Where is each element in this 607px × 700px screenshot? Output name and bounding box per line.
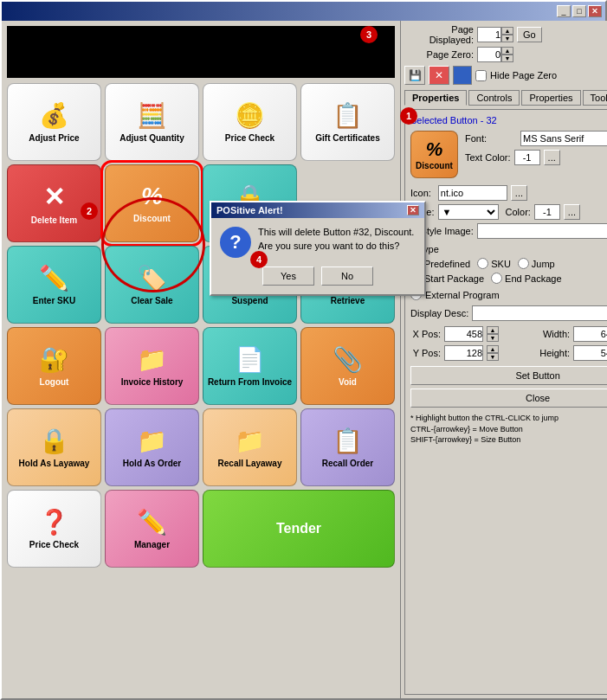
enter-sku-icon: ✏️ xyxy=(39,264,69,292)
clear-sale-button[interactable]: 🏷️ Clear Sale xyxy=(105,246,199,324)
tab-properties2[interactable]: Properties xyxy=(521,90,580,106)
x-pos-row: X Pos: ▲ ▼ xyxy=(410,326,536,342)
adjust-quantity-button[interactable]: 🧮 Adjust Quantity xyxy=(105,83,199,161)
titlebar: _ □ ✕ xyxy=(2,2,605,21)
radio-jump-input[interactable] xyxy=(518,258,529,269)
recall-order-icon: 📋 xyxy=(333,427,363,455)
alert-dialog: POSitive Alert! ✕ ? This will delete But… xyxy=(210,201,426,296)
y-pos-down[interactable]: ▼ xyxy=(487,353,499,361)
style-color-input[interactable] xyxy=(534,204,560,220)
hold-order-label: Hold As Order xyxy=(123,459,181,469)
n-type-radio-row-2: Start Package End Package xyxy=(410,273,607,284)
maximize-button[interactable]: □ xyxy=(572,5,586,17)
void-button[interactable]: 📎 Void xyxy=(300,327,395,405)
annotation-4: 4 xyxy=(250,251,268,268)
dialog-message: This will delete Button #32, Discount. A… xyxy=(258,227,416,251)
width-input[interactable] xyxy=(573,326,607,342)
display-desc-input[interactable] xyxy=(472,305,607,321)
radio-sku-input[interactable] xyxy=(477,258,488,269)
save-icon-button[interactable]: 💾 xyxy=(404,66,425,85)
page-up-button[interactable]: ▲ xyxy=(501,27,513,35)
hide-page-zero-checkbox[interactable] xyxy=(475,70,487,81)
y-pos-up[interactable]: ▲ xyxy=(487,345,499,353)
hold-layaway-button[interactable]: 🔒 Hold As Layaway xyxy=(7,408,101,486)
hold-layaway-label: Hold As Layaway xyxy=(19,459,90,469)
height-row: Height: ▲ ▼ xyxy=(539,345,607,361)
void-label: Void xyxy=(339,377,357,388)
minimize-button[interactable]: _ xyxy=(557,5,571,17)
return-invoice-label: Return From Invoice xyxy=(208,377,292,388)
style-row: Style: ▼ Color: ... xyxy=(410,204,607,220)
y-pos-row: Y Pos: ▲ ▼ xyxy=(410,345,536,361)
tab-content: Selected Button - 32 % Discount Font: ..… xyxy=(404,109,607,695)
dialog-close-button[interactable]: ✕ xyxy=(407,205,419,215)
radio-end-pkg-input[interactable] xyxy=(491,273,502,284)
page-displayed-input[interactable]: 1 xyxy=(477,27,501,42)
x-pos-input[interactable] xyxy=(444,326,483,342)
x-pos-down[interactable]: ▼ xyxy=(487,334,499,342)
x-pos-label: X Pos: xyxy=(410,329,441,339)
return-from-invoice-button[interactable]: 📄 Return From Invoice xyxy=(203,327,297,405)
tab-controls[interactable]: Controls xyxy=(468,90,520,106)
x-pos-up[interactable]: ▲ xyxy=(487,326,499,334)
font-input[interactable] xyxy=(520,131,607,146)
icon-browse-button[interactable]: ... xyxy=(511,185,527,201)
invoice-history-button[interactable]: 📁 Invoice History xyxy=(105,327,199,405)
x-pos-spinner: ▲ ▼ xyxy=(487,326,499,342)
y-pos-input[interactable] xyxy=(444,345,483,361)
icon-input[interactable] xyxy=(438,185,507,201)
page-zero-up-button[interactable]: ▲ xyxy=(501,47,513,55)
hold-order-button[interactable]: 📁 Hold As Order xyxy=(105,408,199,486)
manager-button[interactable]: ✏️ Manager xyxy=(105,490,199,568)
tender-button[interactable]: Tender xyxy=(203,490,395,568)
text-color-input[interactable] xyxy=(514,150,540,165)
price-check-button[interactable]: 🪙 Price Check xyxy=(203,83,297,161)
icon-row: 💾 ✕ Hide Page Zero xyxy=(404,66,607,85)
logout-button[interactable]: 🔐 Logout xyxy=(7,327,101,405)
page-displayed-label: Page Displayed: xyxy=(404,24,474,45)
no-button[interactable]: No xyxy=(321,267,373,286)
radio-jump[interactable]: Jump xyxy=(518,258,555,269)
logout-icon: 🔐 xyxy=(39,345,69,374)
color-button[interactable] xyxy=(453,66,472,85)
radio-end-pkg-label: End Package xyxy=(505,273,561,284)
set-button-button[interactable]: Set Button xyxy=(410,366,607,385)
style-image-input[interactable] xyxy=(477,223,607,239)
delete-label: Delete Item xyxy=(31,215,77,226)
close-window-button[interactable]: ✕ xyxy=(588,5,602,17)
text-color-browse-button[interactable]: ... xyxy=(544,150,560,165)
price-check2-button[interactable]: ❓ Price Check xyxy=(7,490,101,568)
text-color-row: Text Color: ... xyxy=(465,150,607,165)
external-program-row: External Program xyxy=(410,289,607,300)
recall-layaway-button[interactable]: 📁 Recall Layaway xyxy=(203,408,297,486)
style-select[interactable]: ▼ xyxy=(438,204,499,220)
tab-properties[interactable]: Properties xyxy=(404,90,467,106)
font-area: Font: ... Text Color: ... xyxy=(465,131,607,178)
radio-end-package[interactable]: End Package xyxy=(491,273,561,284)
radio-sku[interactable]: SKU xyxy=(477,258,511,269)
yes-button[interactable]: Yes xyxy=(262,267,314,286)
recall-order-button[interactable]: 📋 Recall Order xyxy=(300,408,395,486)
gift-certificates-button[interactable]: 📋 Gift Certificates xyxy=(300,83,395,161)
enter-sku-button[interactable]: ✏️ Enter SKU xyxy=(7,246,101,324)
go-button[interactable]: Go xyxy=(517,27,542,42)
button-grid: 💰 Adjust Price 🧮 Adjust Quantity 🪙 Price… xyxy=(7,83,395,568)
page-down-button[interactable]: ▼ xyxy=(501,35,513,42)
dialog-content: ? This will delete Button #32, Discount.… xyxy=(220,227,416,258)
adjust-price-button[interactable]: 💰 Adjust Price xyxy=(7,83,101,161)
style-color-browse-button[interactable]: ... xyxy=(564,204,580,220)
page-zero-input[interactable]: 0 xyxy=(477,47,501,62)
discount-button[interactable]: % Discount xyxy=(105,164,199,242)
page-zero-spinner: 0 ▲ ▼ xyxy=(477,47,513,62)
n-type-label: n Type xyxy=(410,244,607,254)
close-button[interactable]: Close xyxy=(410,389,607,408)
page-zero-down-button[interactable]: ▼ xyxy=(501,55,513,62)
main-window: _ □ ✕ 💰 Adjust Price 🧮 Adjust Quantity 🪙 xyxy=(0,0,607,700)
suspend-label: Suspend xyxy=(231,296,268,306)
annotation-2: 2 xyxy=(81,202,98,220)
text-color-label: Text Color: xyxy=(465,152,511,163)
height-input[interactable] xyxy=(573,345,607,361)
cancel-icon-button[interactable]: ✕ xyxy=(429,66,449,85)
tab-tools[interactable]: Tools xyxy=(583,90,607,106)
style-image-row: al Style Image: ... xyxy=(410,223,607,239)
